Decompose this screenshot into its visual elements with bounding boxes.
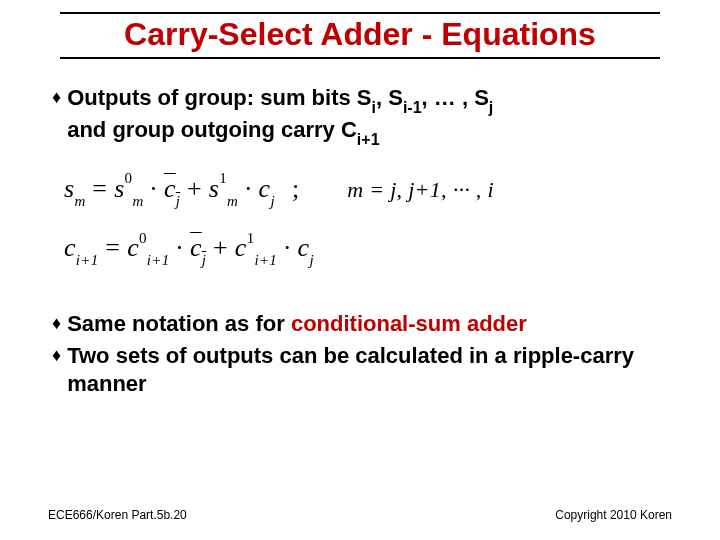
m2-t2-c: c bbox=[190, 233, 202, 262]
m2-t3-sup: 1 bbox=[247, 230, 255, 246]
footer-right: Copyright 2010 Koren bbox=[555, 508, 672, 522]
m2-t1-sup: 0 bbox=[139, 230, 147, 246]
m2-t3-sub: i+1 bbox=[254, 252, 277, 268]
m1-t2-sub: j bbox=[176, 193, 180, 209]
b1-sj: S bbox=[474, 85, 489, 110]
b1-sim1-sub: i-1 bbox=[403, 99, 422, 116]
m1-t3-sub: m bbox=[227, 193, 238, 209]
spacer bbox=[52, 292, 668, 310]
m1-lhs-sub: m bbox=[74, 193, 85, 209]
m2-lhs-sub: i+1 bbox=[76, 252, 99, 268]
slide: Carry-Select Adder - Equations ♦ Outputs… bbox=[0, 0, 720, 540]
b1-c: C bbox=[341, 117, 357, 142]
footer-left: ECE666/Koren Part.5b.20 bbox=[48, 508, 187, 522]
m2-t4-sub: j bbox=[309, 252, 313, 268]
diamond-icon: ♦ bbox=[52, 342, 61, 369]
m1-t3-sup: 1 bbox=[219, 170, 227, 186]
b1-line2a: and group outgoing carry bbox=[67, 117, 341, 142]
b1-sim1: S bbox=[388, 85, 403, 110]
m2-cbar: cj bbox=[190, 233, 206, 262]
bullet-2: ♦ Same notation as for conditional-sum a… bbox=[52, 310, 668, 338]
m1-t1-sup: 0 bbox=[125, 170, 133, 186]
slide-title: Carry-Select Adder - Equations bbox=[60, 14, 660, 55]
m1-plus: + bbox=[180, 174, 209, 203]
m1-t4-c: c bbox=[259, 174, 271, 203]
m2-dot1: · bbox=[169, 233, 189, 262]
b1-sep2: , … , bbox=[422, 85, 475, 110]
m2-t2-sub: j bbox=[202, 252, 206, 268]
title-block: Carry-Select Adder - Equations bbox=[60, 12, 660, 59]
m1-semi: ; bbox=[285, 174, 306, 203]
b1-sep1: , bbox=[376, 85, 388, 110]
m2-t4-c: c bbox=[298, 233, 310, 262]
bullet-3: ♦ Two sets of outputs can be calculated … bbox=[52, 342, 668, 398]
m2-t1-sub: i+1 bbox=[147, 252, 170, 268]
m1-dot2: · bbox=[238, 174, 258, 203]
b1-si: S bbox=[357, 85, 372, 110]
m1-dot1: · bbox=[144, 174, 164, 203]
m1-t4-sub: j bbox=[270, 193, 274, 209]
bullet-2-text: Same notation as for conditional-sum add… bbox=[67, 310, 668, 338]
b2-pre: Same notation as for bbox=[67, 311, 291, 336]
m1-range: m = j, j+1, ··· , i bbox=[347, 177, 494, 202]
equation-sm: sm = s0m · cj + s1m · cj ; m = j, j+1, ·… bbox=[64, 174, 668, 207]
m1-t2-c: c bbox=[164, 174, 176, 203]
m2-plus: + bbox=[206, 233, 235, 262]
b2-red: conditional-sum adder bbox=[291, 311, 527, 336]
b1-pre: Outputs of group: sum bits bbox=[67, 85, 357, 110]
m2-lhs-c: c bbox=[64, 233, 76, 262]
m1-cbar: cj bbox=[164, 174, 180, 203]
m1-eq: = bbox=[86, 174, 115, 203]
m2-t1-c: c bbox=[127, 233, 139, 262]
b1-sj-sub: j bbox=[489, 99, 493, 116]
m2-t3-c: c bbox=[235, 233, 247, 262]
b1-c-sub: i+1 bbox=[357, 131, 380, 148]
diamond-icon: ♦ bbox=[52, 84, 61, 111]
bullet-1-text: Outputs of group: sum bits Si, Si-1, … ,… bbox=[67, 84, 668, 148]
bullet-1: ♦ Outputs of group: sum bits Si, Si-1, …… bbox=[52, 84, 668, 148]
bullet-3-text: Two sets of outputs can be calculated in… bbox=[67, 342, 668, 398]
m1-lhs-s: s bbox=[64, 174, 74, 203]
m1-t3-s: s bbox=[209, 174, 219, 203]
title-rule-bottom bbox=[60, 57, 660, 59]
m1-t1-s: s bbox=[114, 174, 124, 203]
equation-ci1: ci+1 = c0i+1 · cj + c1i+1 · cj bbox=[64, 233, 668, 266]
diamond-icon: ♦ bbox=[52, 310, 61, 337]
m2-dot2: · bbox=[277, 233, 297, 262]
m1-t1-sub: m bbox=[132, 193, 143, 209]
m2-eq: = bbox=[99, 233, 128, 262]
slide-body: ♦ Outputs of group: sum bits Si, Si-1, …… bbox=[52, 84, 668, 403]
b1-si-sub: i bbox=[372, 99, 376, 116]
